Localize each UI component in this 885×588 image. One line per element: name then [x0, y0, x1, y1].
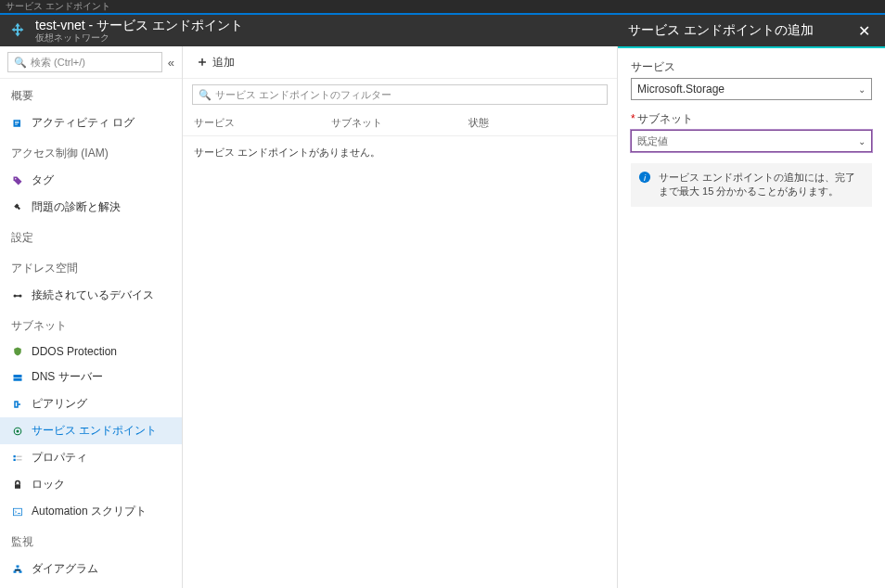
chevron-down-icon: ⌄: [858, 84, 866, 95]
nav-item-label: ピアリング: [32, 396, 87, 412]
nav-item-ddos[interactable]: DDOS Protection: [0, 339, 182, 364]
svg-rect-8: [14, 375, 22, 377]
dns-icon: [11, 371, 24, 384]
nav-item-subnets[interactable]: サブネット: [0, 309, 182, 339]
nav-item-label: ロック: [32, 477, 65, 492]
nav-item-diagram[interactable]: ダイアグラム: [0, 556, 182, 582]
nav-item-label: DDOS Protection: [32, 345, 117, 358]
svg-rect-1: [15, 121, 19, 121]
filter-input[interactable]: 🔍 サービス エンドポイントのフィルター: [192, 84, 608, 105]
nav-item-overview[interactable]: 概要: [0, 79, 182, 109]
nav-item-label: プロパティ: [32, 450, 87, 466]
nav-item-peering[interactable]: ピアリング: [0, 390, 182, 417]
collapse-icon[interactable]: «: [168, 56, 174, 70]
nav-item-props[interactable]: プロパティ: [0, 444, 182, 471]
nav-item-label: Automation スクリプト: [32, 504, 147, 519]
nav-item-label: タグ: [32, 173, 54, 188]
subnet-placeholder: 既定値: [637, 134, 668, 148]
search-icon: 🔍: [14, 57, 27, 69]
svg-rect-20: [19, 570, 22, 572]
nav-item-devices[interactable]: 接続されているデバイス: [0, 282, 182, 309]
nav-item-label: DNS サーバー: [32, 369, 103, 385]
diagnose-icon: [11, 201, 24, 214]
subnet-label: *サブネット: [631, 111, 872, 127]
panel-header: サービス エンドポイントの追加 ✕: [617, 15, 885, 46]
search-input[interactable]: 🔍 検索 (Ctrl+/): [7, 52, 162, 72]
add-label: 追加: [212, 55, 235, 70]
breadcrumb: サービス エンドポイント: [0, 0, 885, 13]
nav-item-dns[interactable]: DNS サーバー: [0, 364, 182, 390]
endpoints-icon: [11, 425, 24, 438]
props-icon: [11, 452, 24, 465]
nav-section-label: 監視: [0, 525, 182, 556]
vnet-icon: [7, 20, 28, 41]
nav-item-address[interactable]: アドレス空間: [0, 251, 182, 282]
info-icon: i: [638, 171, 651, 184]
add-button[interactable]: ＋ 追加: [192, 52, 238, 72]
search-icon: 🔍: [199, 89, 212, 101]
svg-rect-14: [14, 458, 16, 460]
chevron-down-icon: ⌄: [858, 136, 866, 147]
info-message: i サービス エンドポイントの追加には、完了まで最大 15 分かかることがありま…: [631, 163, 872, 207]
devices-icon: [11, 289, 24, 302]
tag-icon: [11, 174, 24, 187]
automation-icon: [11, 505, 24, 518]
required-mark: *: [631, 112, 635, 125]
subnet-select[interactable]: 既定値 ⌄: [631, 130, 872, 152]
svg-rect-15: [17, 459, 22, 460]
table-header: サービス サブネット 状態: [183, 110, 617, 136]
nav-item-label: 問題の診断と解決: [32, 199, 121, 215]
svg-rect-16: [15, 484, 20, 489]
svg-rect-3: [15, 123, 18, 124]
nav-item-automation[interactable]: Automation スクリプト: [0, 498, 182, 525]
col-subnet: サブネット: [331, 116, 468, 130]
activity-icon: [11, 117, 24, 130]
search-placeholder: 検索 (Ctrl+/): [31, 56, 85, 70]
panel-title: サービス エンドポイントの追加: [628, 22, 814, 39]
svg-point-4: [15, 178, 17, 180]
nav-item-label: サービス エンドポイント: [32, 423, 157, 439]
ddos-icon: [11, 345, 24, 358]
svg-rect-7: [15, 295, 20, 297]
page-subtitle: 仮想ネットワーク: [35, 32, 243, 43]
peering-icon: [11, 398, 24, 411]
nav-item-label: 接続されているデバイス: [32, 288, 154, 303]
info-text: サービス エンドポイントの追加には、完了まで最大 15 分かかることがあります。: [659, 171, 865, 199]
close-icon[interactable]: ✕: [854, 19, 874, 44]
svg-rect-17: [14, 508, 22, 516]
nav-item-lock[interactable]: ロック: [0, 471, 182, 498]
nav-item-label: アクティビティ ログ: [32, 115, 135, 131]
lock-icon: [11, 479, 24, 492]
nav-item-label: ダイアグラム: [32, 561, 98, 577]
svg-rect-12: [14, 455, 16, 457]
col-service: サービス: [194, 116, 331, 130]
service-value: Microsoft.Storage: [637, 83, 725, 96]
svg-rect-18: [17, 565, 19, 567]
col-state: 状態: [468, 116, 606, 130]
diagram-icon: [11, 563, 24, 576]
nav-section-label: 設定: [0, 221, 182, 251]
svg-rect-2: [15, 122, 19, 123]
svg-rect-19: [14, 570, 17, 572]
svg-rect-13: [17, 455, 22, 456]
nav-item-endpoints[interactable]: サービス エンドポイント: [0, 417, 182, 444]
svg-rect-9: [14, 377, 22, 380]
svg-point-11: [17, 429, 19, 432]
table-empty-text: サービス エンドポイントがありません。: [183, 136, 617, 169]
filter-placeholder: サービス エンドポイントのフィルター: [215, 88, 391, 102]
service-label: サービス: [631, 59, 872, 75]
nav-item-diagnose[interactable]: 問題の診断と解決: [0, 194, 182, 221]
plus-icon: ＋: [196, 54, 209, 70]
service-select[interactable]: Microsoft.Storage ⌄: [631, 78, 872, 100]
nav-item-iam[interactable]: アクセス制御 (IAM): [0, 136, 182, 167]
sidebar: 🔍 検索 (Ctrl+/) « 概要アクティビティ ログアクセス制御 (IAM)…: [0, 46, 183, 588]
nav-item-activity[interactable]: アクティビティ ログ: [0, 109, 182, 136]
nav-item-tag[interactable]: タグ: [0, 167, 182, 194]
page-title: test-vnet - サービス エンドポイント: [35, 19, 243, 32]
